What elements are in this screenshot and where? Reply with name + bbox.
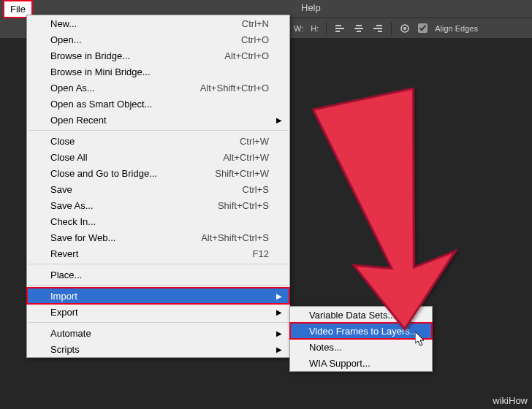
align-edges-checkbox[interactable] bbox=[418, 23, 428, 33]
svg-rect-6 bbox=[376, 25, 382, 26]
svg-rect-7 bbox=[373, 28, 382, 29]
menu-item-close[interactable]: CloseCtrl+W bbox=[27, 133, 289, 149]
menu-item-scripts[interactable]: Scripts▶ bbox=[27, 341, 289, 357]
menu-item-save-as[interactable]: Save As...Shift+Ctrl+S bbox=[27, 197, 289, 213]
submenu-arrow-icon: ▶ bbox=[276, 308, 282, 316]
menu-item-new[interactable]: New...Ctrl+N bbox=[27, 15, 289, 31]
submenu-item-wia-support[interactable]: WIA Support... bbox=[290, 355, 432, 371]
menu-item-automate[interactable]: Automate▶ bbox=[27, 325, 289, 341]
menu-item-close-go-bridge[interactable]: Close and Go to Bridge...Shift+Ctrl+W bbox=[27, 165, 289, 181]
menu-item-open[interactable]: Open...Ctrl+O bbox=[27, 31, 289, 47]
submenu-item-notes[interactable]: Notes... bbox=[290, 339, 432, 355]
menu-item-save-for-web[interactable]: Save for Web...Alt+Shift+Ctrl+S bbox=[27, 229, 289, 245]
menu-item-save[interactable]: SaveCtrl+S bbox=[27, 181, 289, 197]
svg-rect-5 bbox=[357, 31, 361, 32]
submenu-item-video-frames-to-layers[interactable]: Video Frames to Layers... bbox=[290, 323, 432, 339]
menu-separator bbox=[28, 130, 288, 131]
menu-help[interactable]: Help bbox=[301, 2, 321, 13]
menu-item-browse-mini-bridge[interactable]: Browse in Mini Bridge... bbox=[27, 64, 289, 80]
menu-separator bbox=[28, 264, 288, 264]
menu-item-open-smart-object[interactable]: Open as Smart Object... bbox=[27, 96, 289, 112]
menu-item-import[interactable]: Import▶ bbox=[27, 288, 289, 304]
menu-separator bbox=[28, 285, 288, 286]
menu-item-export[interactable]: Export▶ bbox=[27, 304, 289, 320]
submenu-arrow-icon: ▶ bbox=[276, 345, 282, 353]
svg-rect-4 bbox=[354, 28, 363, 29]
file-menu-dropdown: New...Ctrl+N Open...Ctrl+O Browse in Bri… bbox=[26, 15, 290, 358]
svg-rect-2 bbox=[335, 31, 340, 32]
submenu-item-variable-data-sets[interactable]: Variable Data Sets... bbox=[290, 307, 432, 323]
settings-icon[interactable] bbox=[399, 23, 411, 34]
align-right-icon[interactable] bbox=[372, 23, 384, 34]
menu-separator bbox=[28, 322, 288, 323]
toolbar-separator bbox=[391, 22, 392, 35]
watermark: wikiHow bbox=[493, 395, 528, 406]
import-submenu: Variable Data Sets... Video Frames to La… bbox=[289, 306, 433, 372]
toolbar-separator bbox=[326, 22, 327, 35]
svg-rect-8 bbox=[378, 31, 382, 32]
svg-rect-0 bbox=[335, 25, 341, 26]
submenu-arrow-icon: ▶ bbox=[276, 292, 282, 300]
width-label: W: bbox=[294, 24, 303, 33]
height-label: H: bbox=[311, 24, 319, 33]
align-left-icon[interactable] bbox=[334, 23, 346, 34]
menu-item-open-recent[interactable]: Open Recent▶ bbox=[27, 112, 289, 128]
menu-item-place[interactable]: Place... bbox=[27, 267, 289, 283]
svg-point-10 bbox=[403, 27, 406, 30]
menu-item-close-all[interactable]: Close AllAlt+Ctrl+W bbox=[27, 149, 289, 165]
menu-item-open-as[interactable]: Open As...Alt+Shift+Ctrl+O bbox=[27, 80, 289, 96]
align-center-icon[interactable] bbox=[353, 23, 365, 34]
menu-item-check-in[interactable]: Check In... bbox=[27, 213, 289, 229]
align-edges-label: Align Edges bbox=[435, 24, 478, 33]
menu-item-browse-bridge[interactable]: Browse in Bridge...Alt+Ctrl+O bbox=[27, 47, 289, 64]
submenu-arrow-icon: ▶ bbox=[276, 329, 282, 337]
menu-item-revert[interactable]: RevertF12 bbox=[27, 245, 289, 261]
svg-rect-1 bbox=[335, 28, 344, 29]
svg-rect-3 bbox=[356, 25, 362, 26]
submenu-arrow-icon: ▶ bbox=[276, 116, 282, 124]
